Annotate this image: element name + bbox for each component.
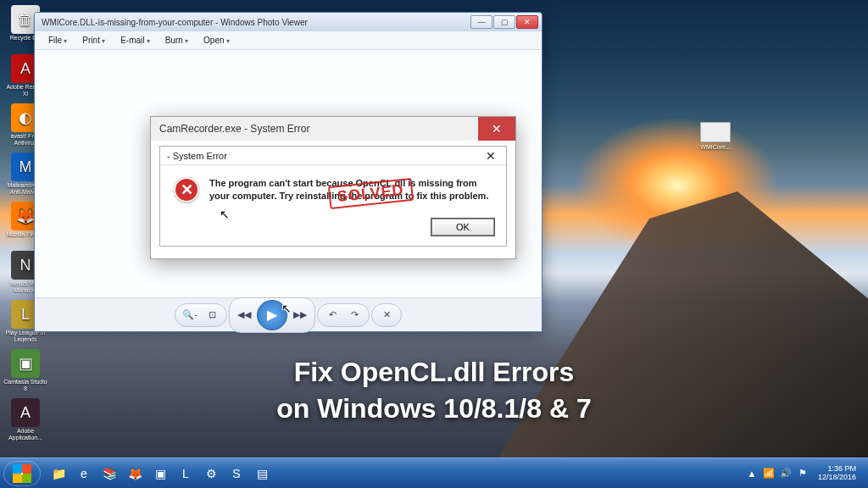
delete-button[interactable]: ✕	[377, 306, 396, 324]
menubar: FilePrintE-mailBurnOpen	[35, 31, 542, 50]
taskbar-pinned: 📁e📚🦊▣L⚙S▤	[46, 462, 275, 485]
menu-item[interactable]: Burn	[159, 34, 195, 47]
error-inner-titlebar[interactable]: - System Error ✕	[160, 147, 506, 165]
taskbar-app[interactable]: L	[174, 462, 198, 485]
taskbar-app[interactable]: 📚	[97, 462, 121, 485]
taskbar-app[interactable]: e	[72, 462, 96, 485]
taskbar: 📁e📚🦊▣L⚙S▤ ▲📶🔊⚑ 1:36 PM 12/18/2016	[0, 458, 868, 488]
maximize-button[interactable]: ▢	[493, 15, 515, 29]
desktop-icon-wmicore[interactable]: WMICore...	[690, 122, 741, 150]
tray-icon[interactable]: ▲	[744, 462, 760, 485]
menu-item[interactable]: E-mail	[114, 34, 157, 47]
nav-group: ◀◀ ▶ ▶▶	[229, 297, 315, 333]
zoom-group: 🔍- ⊡	[175, 303, 227, 327]
window-title: WMICore.DLL-is-missing-from-your-compute…	[38, 18, 470, 27]
delete-group: ✕	[371, 303, 402, 327]
desktop-icon-label: Adobe Application...	[3, 428, 47, 441]
clock-date: 12/18/2016	[818, 474, 856, 482]
fit-button[interactable]: ⊡	[203, 306, 221, 324]
rotate-left-button[interactable]: ↶	[323, 306, 342, 324]
menu-item[interactable]: Print	[75, 34, 112, 47]
error-icon: ✕	[174, 177, 199, 202]
error-dialog-inner: - System Error ✕ ✕ The program can't sta…	[159, 146, 507, 247]
minimize-button[interactable]: —	[470, 15, 492, 29]
menu-item[interactable]: Open	[197, 34, 236, 47]
start-button[interactable]	[3, 461, 41, 486]
close-button[interactable]: ✕	[516, 15, 538, 29]
photo-viewer-canvas: CamRecorder.exe - System Error ✕ - Syste…	[35, 50, 542, 297]
next-button[interactable]: ▶▶	[291, 306, 309, 324]
ok-button[interactable]: OK	[431, 219, 494, 236]
taskbar-clock[interactable]: 1:36 PM 12/18/2016	[813, 465, 861, 482]
tray-icon[interactable]: ⚑	[795, 462, 810, 485]
taskbar-app[interactable]: 🦊	[123, 462, 147, 485]
file-icon	[700, 122, 731, 142]
promo-line1: Fix OpenCL.dll Errors	[0, 354, 868, 391]
tray-icon[interactable]: 🔊	[778, 462, 793, 485]
taskbar-app[interactable]: ⚙	[199, 462, 223, 485]
taskbar-app[interactable]: ▤	[250, 462, 274, 485]
close-icon[interactable]: ✕	[482, 149, 499, 163]
rotate-group: ↶ ↷	[317, 303, 370, 327]
prev-button[interactable]: ◀◀	[235, 306, 253, 324]
tray-icons: ▲📶🔊⚑	[743, 462, 811, 485]
desktop-icon-label: WMICore...	[700, 144, 730, 150]
error-dialog-outer: CamRecorder.exe - System Error ✕ - Syste…	[150, 116, 516, 259]
menu-item[interactable]: File	[42, 34, 74, 47]
rotate-right-button[interactable]: ↷	[345, 306, 364, 324]
taskbar-app[interactable]: 📁	[47, 462, 70, 485]
photo-viewer-window: WMICore.DLL-is-missing-from-your-compute…	[34, 12, 542, 332]
taskbar-app[interactable]: ▣	[148, 462, 172, 485]
promo-text: Fix OpenCL.dll Errors on Windows 10/8.1/…	[0, 354, 868, 427]
error-footer: OK	[160, 214, 506, 246]
error-body: ✕ The program can't start because OpenCL…	[160, 165, 506, 214]
error-outer-titlebar[interactable]: CamRecorder.exe - System Error ✕	[151, 117, 515, 141]
close-icon[interactable]: ✕	[478, 117, 515, 141]
promo-line2: on Windows 10/8.1/8 & 7	[0, 391, 868, 427]
system-tray: ▲📶🔊⚑ 1:36 PM 12/18/2016	[743, 462, 865, 485]
error-outer-title: CamRecorder.exe - System Error	[159, 123, 309, 135]
play-button[interactable]: ▶	[257, 300, 287, 330]
error-inner-title: - System Error	[167, 151, 227, 161]
zoom-button[interactable]: 🔍-	[181, 306, 199, 324]
taskbar-app[interactable]: S	[225, 462, 248, 485]
tray-icon[interactable]: 📶	[761, 462, 776, 485]
window-titlebar[interactable]: WMICore.DLL-is-missing-from-your-compute…	[35, 13, 542, 31]
photo-viewer-toolbar: 🔍- ⊡ ◀◀ ▶ ▶▶ ↶ ↷ ✕	[35, 297, 542, 331]
